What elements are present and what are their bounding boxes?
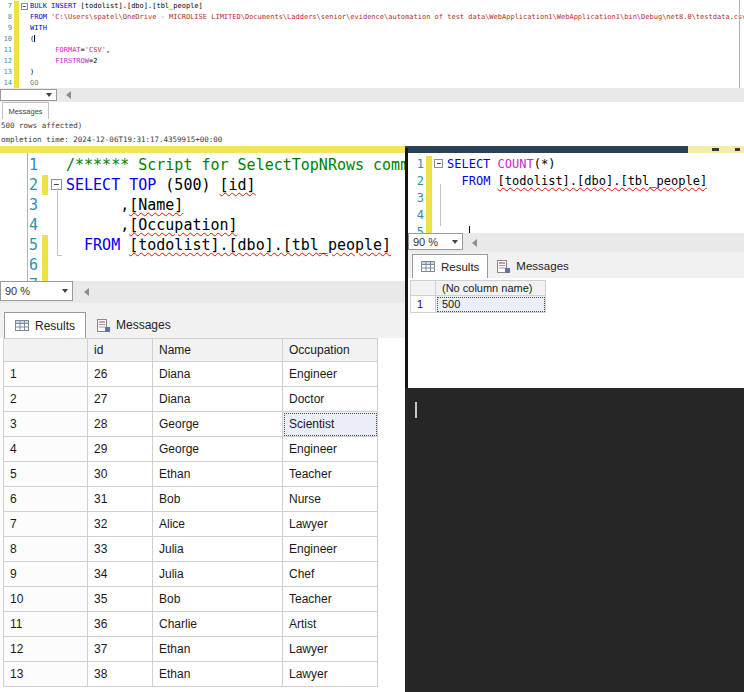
fold-minus-icon[interactable] [21,3,28,10]
grid-cell[interactable]: Diana [153,387,283,412]
grid-cell[interactable]: Teacher [283,462,378,487]
column-header[interactable]: id [88,339,153,362]
code-line[interactable]: 9WITH [0,23,744,34]
row-header-cell[interactable]: 11 [4,612,88,637]
grid-cell[interactable]: 36 [88,612,153,637]
grid-cell[interactable]: Bob [153,587,283,612]
row-header-cell[interactable]: 7 [4,512,88,537]
fold-minus-icon[interactable] [434,159,443,168]
top-zoom-dropdown[interactable] [0,89,57,101]
grid-cell[interactable]: 33 [88,537,153,562]
grid-cell[interactable]: Engineer [283,437,378,462]
status-bar-yellow [0,146,405,153]
scroll-left-arrow-icon[interactable] [472,239,477,247]
grid-cell[interactable]: Charlie [153,612,283,637]
row-header-cell[interactable]: 13 [4,662,88,687]
column-header[interactable]: Occupation [283,339,378,362]
code-line[interactable]: 11 FORMAT='CSV', [0,45,744,56]
right-zoom-dropdown[interactable]: 90 % [408,233,463,250]
column-header[interactable]: Name [153,339,283,362]
grid-cell[interactable]: Lawyer [283,662,378,687]
grid-cell[interactable]: Ethan [153,462,283,487]
row-header-cell[interactable]: 12 [4,637,88,662]
tab-label: Messages [516,260,568,272]
grid-cell[interactable]: Lawyer [283,512,378,537]
row-header-cell[interactable]: 4 [4,437,88,462]
grid-cell[interactable]: Nurse [283,487,378,512]
grid-cell[interactable]: Ethan [153,662,283,687]
grid-cell[interactable]: Bob [153,487,283,512]
scroll-left-arrow-icon[interactable] [66,91,71,99]
tab-results[interactable]: Results [412,254,488,278]
scroll-left-arrow-icon[interactable] [84,288,89,296]
row-header-cell[interactable]: 8 [4,537,88,562]
tab-messages[interactable]: Messages [488,254,576,278]
grid-cell[interactable]: 30 [88,462,153,487]
code-line[interactable]: 6 [0,255,405,275]
tab-results[interactable]: Results [4,312,86,338]
code-line[interactable]: 12 FIRSTROW=2 [0,56,744,67]
grid-cell[interactable]: 34 [88,562,153,587]
code-line[interactable]: 8FROM 'C:\Users\spatel\OneDrive - MICROL… [0,12,744,23]
grid-cell[interactable]: Lawyer [283,637,378,662]
code-line[interactable]: 2 FROM [todolist].[dbo].[tbl_people] [408,173,744,190]
row-header-cell[interactable]: 6 [4,487,88,512]
grid-cell[interactable]: George [153,412,283,437]
grid-cell[interactable]: 28 [88,412,153,437]
tab-messages[interactable]: Messages [86,312,181,338]
mid-zoom-dropdown[interactable]: 90 % [0,281,73,301]
top-sql-editor[interactable]: 7BULK INSERT [todolist].[dbo].[tbl_peopl… [0,0,744,89]
code-line[interactable]: 10( [0,34,744,45]
row-header-cell[interactable]: 2 [4,387,88,412]
code-line[interactable]: 13) [0,67,744,78]
grid-cell[interactable]: Diana [153,362,283,387]
grid-cell[interactable]: Alice [153,512,283,537]
grid-cell[interactable]: 38 [88,662,153,687]
code-line[interactable]: 4 [408,207,744,224]
code-line[interactable]: 4 ,[Occupation] [0,215,405,235]
grid-cell[interactable]: Julia [153,562,283,587]
grid-cell[interactable]: Ethan [153,637,283,662]
grid-cell[interactable]: 29 [88,437,153,462]
column-header[interactable]: (No column name) [436,281,546,296]
select-count-editor[interactable]: 1SELECT COUNT(*)2 FROM [todolist].[dbo].… [408,153,744,236]
row-header-corner[interactable] [4,339,88,362]
grid-cell[interactable]: 26 [88,362,153,387]
grid-cell[interactable]: Engineer [283,537,378,562]
row-header-cell[interactable]: 1 [411,296,436,313]
grid-cell[interactable]: Engineer [283,362,378,387]
row-header-corner[interactable] [411,281,436,296]
grid-cell[interactable]: 500 [436,296,546,313]
grid-cell[interactable]: 37 [88,637,153,662]
tab-messages[interactable]: Messages [2,102,49,119]
right-results-tabstrip: ResultsMessages [408,252,744,278]
row-header-cell[interactable]: 5 [4,462,88,487]
grid-cell[interactable]: Julia [153,537,283,562]
code-line[interactable]: 1/****** Script for SelectTopNRows comma [0,155,405,175]
terminal-window[interactable] [405,388,744,692]
row-header-cell[interactable]: 1 [4,362,88,387]
grid-cell[interactable]: 32 [88,512,153,537]
code-line[interactable]: 1SELECT COUNT(*) [408,156,744,173]
grid-cell[interactable]: Scientist [283,412,378,437]
code-line[interactable]: 3 [408,190,744,207]
grid-cell[interactable]: George [153,437,283,462]
grid-cell[interactable]: 27 [88,387,153,412]
code-line[interactable]: 3 ,[Name] [0,195,405,215]
code-line[interactable]: 5 FROM [todolist].[dbo].[tbl_people] [0,235,405,255]
row-header-cell[interactable]: 9 [4,562,88,587]
grid-cell[interactable]: 31 [88,487,153,512]
select-top-editor[interactable]: 1/****** Script for SelectTopNRows comma… [0,153,405,283]
grid-cell[interactable]: Doctor [283,387,378,412]
grid-cell[interactable]: Artist [283,612,378,637]
row-header-cell[interactable]: 10 [4,587,88,612]
message-line: 500 rows affected) [1,121,82,130]
grid-cell[interactable]: Chef [283,562,378,587]
code-line[interactable]: 7BULK INSERT [todolist].[dbo].[tbl_peopl… [0,1,744,12]
row-header-cell[interactable]: 3 [4,412,88,437]
code-line[interactable]: 2SELECT TOP (500) [id] [0,175,405,195]
messages-pane[interactable]: 500 rows affected) ompletion time: 2024-… [0,119,744,146]
top-editor-scrollbar-row [0,88,744,102]
grid-cell[interactable]: Teacher [283,587,378,612]
grid-cell[interactable]: 35 [88,587,153,612]
